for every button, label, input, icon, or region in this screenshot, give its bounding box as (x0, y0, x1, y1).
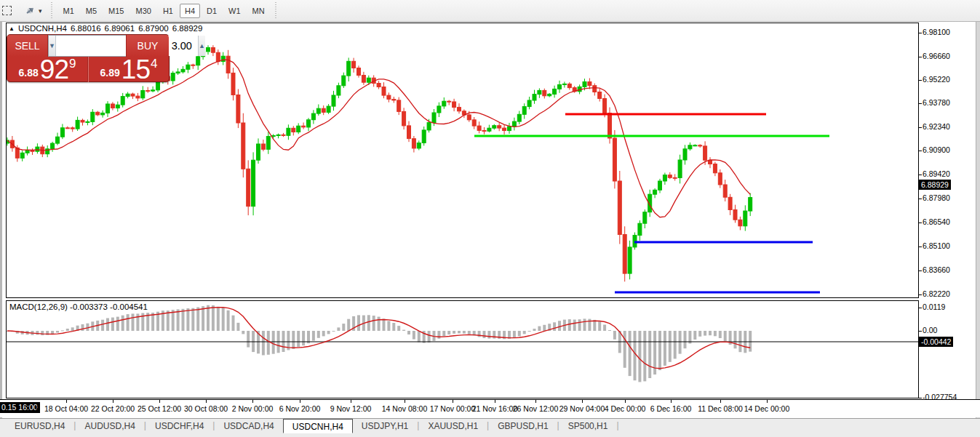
axis-label: 6.86540 (923, 217, 950, 226)
axis-label: 6.93780 (923, 98, 950, 107)
axis-label: 6.85100 (923, 241, 950, 250)
axis-label: 6.95220 (923, 75, 950, 84)
chart-tab-sp500-h1[interactable]: SP500,H1 (559, 419, 617, 433)
time-tick (767, 400, 768, 403)
axis-tick (919, 308, 922, 308)
axis-label: 0.0119 (923, 302, 945, 311)
toolbar-separator (274, 2, 279, 20)
time-tick (66, 400, 67, 403)
selection-rectangle-icon[interactable] (0, 3, 17, 19)
selected-time-box: 0.15 16:00 (0, 402, 40, 413)
axis-tick (919, 246, 922, 247)
time-label: 6 Nov 20:00 (279, 404, 321, 413)
axis-label: 6.83660 (923, 265, 950, 274)
axis-tick (919, 127, 922, 128)
tab-separator: | (616, 419, 618, 433)
time-tick (625, 400, 626, 403)
time-axis[interactable]: 18 Oct 04:0022 Oct 20:0025 Oct 12:0030 O… (0, 399, 980, 417)
time-tick (405, 400, 405, 403)
sell-price-button[interactable]: 6.88 92 9 (7, 57, 88, 82)
axis-tick (919, 57, 922, 57)
mt4-window: ▾ M1M5M15M30H1H4D1W1MN ▲ USDCNH,H4 6.880… (0, 0, 980, 437)
timeframe-button-h4[interactable]: H4 (180, 4, 200, 18)
time-tick (495, 400, 495, 403)
time-tick (720, 400, 721, 403)
time-label: 2 Nov 00:00 (232, 404, 274, 413)
toolbar-separator (49, 2, 55, 20)
axis-label: 0.00 (923, 326, 937, 334)
axis-label: 6.82220 (923, 289, 950, 298)
timeframe-button-m30[interactable]: M30 (131, 4, 156, 18)
axis-tick (919, 270, 922, 271)
chart-tab-eurusd-h4[interactable]: EURUSD,H4 (6, 419, 73, 433)
symbol-marker-icon: ▲ (9, 25, 15, 32)
chart-tab-usdcnh-h4[interactable]: USDCNH,H4 (283, 419, 353, 433)
buy-price-pip: 4 (151, 57, 157, 71)
time-label: 14 Dec 00:00 (744, 404, 789, 413)
time-label: 30 Oct 08:00 (184, 404, 228, 413)
timeframe-button-m5[interactable]: M5 (81, 4, 102, 18)
axis-tick (919, 80, 922, 81)
chart-tab-bar: EURUSD,H4|AUDUSD,H4|USDCHF,H4|USDCAD,H4U… (0, 418, 980, 437)
time-tick (453, 400, 453, 403)
arrange-arrows-dropdown[interactable]: ▾ (23, 3, 42, 19)
timeframe-button-mn[interactable]: MN (247, 4, 270, 18)
axis-tick (919, 175, 922, 175)
time-tick (351, 400, 351, 403)
current-value-box: -0.00442 (919, 337, 953, 347)
axis-label: 6.96660 (923, 52, 950, 60)
time-label: 26 Nov 12:00 (513, 404, 558, 413)
time-label: 25 Oct 12:00 (138, 404, 181, 413)
chart-low: 6.87900 (138, 24, 169, 33)
axis-label: 6.90900 (923, 145, 950, 154)
axis-tick (919, 331, 922, 332)
chart-title: ▲ USDCNH,H4 6.88016 6.89061 6.87900 6.88… (9, 24, 202, 33)
sell-button[interactable]: SELL (7, 35, 48, 57)
volume-decrease-button[interactable]: ▼ (49, 36, 56, 56)
time-tick (252, 400, 253, 403)
timeframe-group: M1M5M15M30H1H4D1W1MN (57, 0, 271, 22)
time-tick (206, 400, 207, 403)
buy-price-small: 6.89 (100, 67, 120, 79)
axis-tick (919, 199, 922, 199)
toolbar: ▾ M1M5M15M30H1H4D1W1MN (0, 0, 980, 22)
macd-canvas[interactable] (7, 301, 918, 398)
timeframe-button-w1[interactable]: W1 (223, 4, 246, 18)
chart-open: 6.88016 (71, 24, 101, 33)
time-label: 6 Dec 16:00 (650, 404, 692, 413)
timeframe-button-m1[interactable]: M1 (58, 4, 79, 18)
window-left-edge (0, 22, 2, 418)
sell-price-big: 92 (40, 57, 68, 81)
chart-tab-usdchf-h4[interactable]: USDCHF,H4 (146, 419, 212, 433)
timeframe-button-h1[interactable]: H1 (158, 4, 178, 18)
window-right-edge (976, 22, 980, 418)
buy-button[interactable]: BUY (126, 35, 169, 57)
chart-close: 6.88929 (172, 24, 203, 33)
axis-label: 6.89420 (923, 169, 950, 178)
volume-increase-button[interactable]: ▲ (198, 36, 205, 56)
current-value-box: 6.88929 (919, 180, 951, 190)
chart-tab-xauusd-h1[interactable]: XAUUSD,H1 (419, 419, 487, 433)
axis-tick (919, 103, 922, 104)
timeframe-button-m15[interactable]: M15 (103, 4, 129, 18)
time-tick (582, 400, 583, 403)
chart-symbol: USDCNH,H4 (18, 24, 67, 33)
chart-tab-usdjpy-h1[interactable]: USDJPY,H1 (353, 419, 417, 433)
chart-tab-usdcad-h4[interactable]: USDCAD,H4 (215, 419, 282, 433)
time-label: 22 Oct 20:00 (91, 404, 135, 413)
one-click-trade-panel: SELL ▼ ▲ BUY 6.88 92 9 6.89 15 4 (7, 34, 170, 82)
time-tick (113, 400, 113, 403)
time-label: 17 Nov 00:00 (430, 404, 475, 413)
axis-label: 6.92340 (923, 122, 950, 131)
sell-price-pip: 9 (69, 57, 76, 71)
price-axis[interactable]: 6.981006.966606.952206.937806.923406.909… (919, 23, 976, 398)
time-label: 9 Nov 12:00 (330, 404, 372, 413)
chart-tab-gbpusd-h1[interactable]: GBPUSD,H1 (489, 419, 557, 433)
buy-price-button[interactable]: 6.89 15 4 (88, 57, 169, 82)
chart-tab-audusd-h4[interactable]: AUDUSD,H4 (76, 419, 143, 433)
axis-label: 6.87980 (923, 193, 950, 202)
timeframe-button-d1[interactable]: D1 (202, 4, 222, 18)
time-label: 29 Nov 04:00 (559, 404, 605, 413)
time-label: 18 Oct 04:00 (44, 404, 88, 413)
time-tick (159, 400, 160, 403)
